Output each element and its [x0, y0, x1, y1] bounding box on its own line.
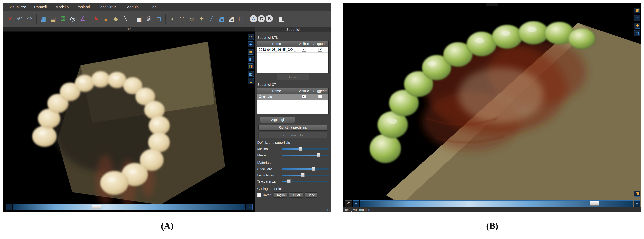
- scrollbar-handle[interactable]: [590, 201, 599, 206]
- toolbar-separator: [248, 14, 248, 24]
- toolbar-separator: [275, 14, 275, 24]
- speculare-label: Speculare: [257, 167, 282, 171]
- dental-software-window: Visualizza Pannelli Modello Impianti Den…: [3, 3, 331, 212]
- skull-icon[interactable]: ☠: [144, 14, 154, 23]
- front-view-icon[interactable]: ▣: [248, 49, 254, 54]
- trasparenza-label: Trasparenza: [257, 180, 282, 184]
- panels-icon[interactable]: ▤: [48, 14, 58, 23]
- menu-denti-virtuali[interactable]: Denti virtuali: [94, 4, 122, 11]
- speculare-slider[interactable]: [282, 168, 329, 170]
- brush-icon[interactable]: ╱: [207, 14, 216, 23]
- frame-icon[interactable]: ◻: [154, 14, 163, 23]
- clipping-scrollbar: ↶ « »: [345, 200, 640, 207]
- menu-modello[interactable]: Modello: [52, 4, 73, 11]
- contrast-icon[interactable]: ◧: [277, 14, 286, 23]
- lucentezza-label: Lucentezza: [257, 174, 282, 177]
- scroll-right-icon[interactable]: »: [634, 200, 640, 207]
- ct-suggested-checkbox[interactable]: [318, 95, 322, 98]
- scroll-left-icon[interactable]: «: [353, 200, 359, 207]
- culling-controls-row: Inverti Taglia Cut All Canc: [257, 192, 329, 198]
- aggiungi-button[interactable]: Aggiungi: [260, 117, 295, 123]
- ct-surfaces-table: Nome Visibile Suggerim Originale: [257, 88, 329, 114]
- trasparenza-slider[interactable]: [282, 181, 329, 182]
- rotate-view-icon[interactable]: ⟳: [248, 34, 254, 40]
- right-view-icon[interactable]: ◨: [248, 64, 254, 70]
- ct-section-label: Superfici CT: [257, 83, 329, 86]
- massimo-slider[interactable]: [282, 154, 329, 156]
- panel-toggle-icon[interactable]: ◨: [634, 190, 640, 196]
- implant-icon[interactable]: ▴: [101, 14, 110, 23]
- stl-surfaces-table: Nome Visibile Suggerim 2018-04-03_16-45_…: [257, 41, 329, 73]
- dice-icon[interactable]: ⚄: [58, 14, 68, 23]
- delete-icon[interactable]: ✕: [6, 14, 14, 23]
- scroll-left-icon[interactable]: «: [6, 204, 12, 210]
- menu-pannelli[interactable]: Pannelli: [30, 4, 52, 11]
- checker-icon[interactable]: ▩: [217, 14, 226, 23]
- tray-icon[interactable]: ▱: [187, 14, 196, 23]
- stl-surface-name: 2018-04-03_16-45_GOI_SC...: [258, 48, 296, 52]
- letter-s-icon[interactable]: S: [266, 15, 273, 22]
- stl-visible-checkbox[interactable]: [302, 48, 306, 52]
- front-view-icon[interactable]: ▣: [634, 8, 640, 14]
- inverti-checkbox[interactable]: [257, 193, 261, 197]
- ct-surface-name: Originale: [258, 95, 296, 98]
- column-header-nome: Nome: [258, 89, 296, 93]
- crea-modello-button[interactable]: Crea modello: [258, 132, 328, 138]
- image-icon[interactable]: ▨: [226, 14, 236, 23]
- ct-visible-checkbox[interactable]: [302, 95, 306, 98]
- menu-guida[interactable]: Guida: [142, 4, 160, 11]
- duplica-button[interactable]: Duplica: [277, 74, 310, 80]
- letter-a-icon[interactable]: A: [250, 15, 257, 22]
- speculare-slider-handle[interactable]: [312, 167, 315, 171]
- left-view-icon[interactable]: ◧: [248, 56, 254, 62]
- undo-icon[interactable]: ↶: [15, 14, 24, 23]
- menu-impianti[interactable]: Impianti: [73, 4, 94, 11]
- pan-view-icon[interactable]: ✚: [634, 23, 640, 28]
- redo-icon[interactable]: ↷: [25, 14, 34, 23]
- viewport-3d[interactable]: 3D: [4, 27, 255, 212]
- zoom-icon[interactable]: ◎: [68, 14, 77, 23]
- undo-icon[interactable]: ↶: [345, 200, 352, 207]
- lucentezza-slider-handle[interactable]: [301, 173, 304, 177]
- minimo-slider-handle[interactable]: [299, 147, 302, 151]
- rotate-view-icon[interactable]: ⟳: [634, 15, 640, 21]
- tooth-icon[interactable]: ◆: [111, 14, 120, 23]
- lucentezza-slider[interactable]: [282, 174, 329, 176]
- layers-icon[interactable]: ▤: [634, 30, 640, 36]
- arch-icon[interactable]: ◠: [177, 14, 186, 23]
- cart-icon[interactable]: ⊞: [236, 14, 246, 23]
- massimo-slider-row: Massimo: [257, 152, 329, 158]
- trasparenza-slider-row: Trasparenza: [257, 178, 329, 184]
- scrollbar-track[interactable]: [13, 204, 246, 210]
- dental-model-render-b: [344, 3, 641, 212]
- denture-icon[interactable]: ◖: [168, 14, 177, 23]
- letter-c-icon[interactable]: C: [258, 15, 265, 22]
- stl-suggested-checkbox[interactable]: [318, 48, 322, 52]
- top-view-icon[interactable]: ◩: [248, 71, 254, 77]
- column-header-suggerim: Suggerim: [312, 89, 328, 93]
- camera-icon[interactable]: ▣: [134, 14, 144, 23]
- cut-all-button[interactable]: Cut All: [289, 192, 303, 198]
- scroll-right-icon[interactable]: »: [246, 204, 252, 210]
- pan-view-icon[interactable]: ✚: [248, 41, 254, 47]
- menu-visualizza[interactable]: Visualizza: [6, 4, 30, 11]
- minimo-slider[interactable]: [282, 148, 329, 150]
- viewport-title: 3D: [4, 27, 255, 32]
- angle-measure-icon[interactable]: ∠: [78, 14, 87, 23]
- trasparenza-slider-handle[interactable]: [287, 180, 290, 184]
- stl-table-row[interactable]: 2018-04-03_16-45_GOI_SC...: [258, 46, 328, 53]
- scrollbar-handle[interactable]: [92, 205, 101, 209]
- menu-modulo[interactable]: Modulo: [122, 4, 142, 11]
- stylus-icon[interactable]: ╲: [121, 14, 130, 23]
- tools-icon[interactable]: ✦: [197, 14, 206, 23]
- taglia-button[interactable]: Taglia: [274, 192, 287, 198]
- massimo-slider-handle[interactable]: [317, 153, 320, 157]
- ripristina-predefiniti-button[interactable]: Ripristina predefiniti: [258, 124, 328, 130]
- ct-table-row-originale[interactable]: Originale: [258, 94, 328, 100]
- grid-icon[interactable]: ▦: [38, 14, 48, 23]
- cancella-button[interactable]: Canc: [305, 192, 317, 198]
- probe-icon[interactable]: ✎: [92, 14, 100, 23]
- dental-model-render-a: [4, 32, 255, 212]
- scrollbar-track[interactable]: [360, 200, 633, 207]
- home-view-icon[interactable]: ⌂: [248, 78, 254, 84]
